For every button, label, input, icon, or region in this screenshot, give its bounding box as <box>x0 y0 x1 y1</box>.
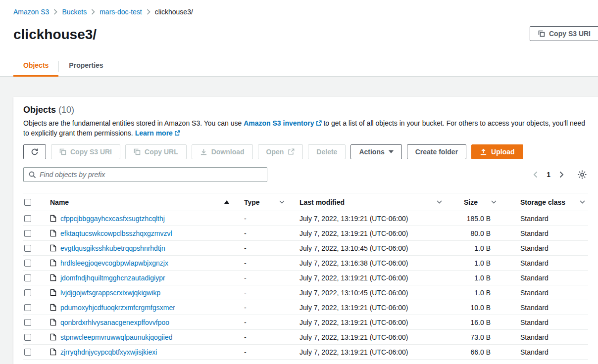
column-header-size[interactable]: Size <box>449 193 503 211</box>
column-header-name[interactable]: Name <box>43 193 236 211</box>
delete-button: Delete <box>308 144 346 159</box>
object-size: 1.0 B <box>449 241 503 256</box>
refresh-button[interactable] <box>23 144 46 159</box>
row-checkbox[interactable] <box>24 319 31 326</box>
breadcrumb-bucket-name[interactable]: mars-doc-test <box>100 8 142 16</box>
tab-properties[interactable]: Properties <box>59 56 113 77</box>
object-type: - <box>236 315 292 330</box>
object-type: - <box>236 300 292 315</box>
object-last-modified: July 7, 2022, 13:19:21 (UTC-06:00) <box>292 300 449 315</box>
download-button: Download <box>192 144 253 159</box>
object-size: 1.0 B <box>449 256 503 271</box>
row-checkbox[interactable] <box>24 289 31 296</box>
object-storage-class: Standard <box>503 285 588 300</box>
next-page-icon[interactable] <box>559 171 564 179</box>
copy-url-button: Copy URL <box>125 144 187 159</box>
tabs: Objects Properties <box>0 56 598 77</box>
object-type: - <box>236 226 292 241</box>
caret-down-icon[interactable] <box>437 200 442 204</box>
upload-icon <box>480 148 487 156</box>
object-size: 66.0 B <box>449 345 503 360</box>
caret-down-icon[interactable] <box>491 200 497 204</box>
objects-description: Objects are the fundamental entities sto… <box>23 119 588 138</box>
object-size: 80.0 B <box>449 226 503 241</box>
object-last-modified: July 7, 2022, 13:19:21 (UTC-06:00) <box>292 271 449 285</box>
create-folder-button[interactable]: Create folder <box>407 144 466 159</box>
amazon-s3-inventory-link[interactable]: Amazon S3 inventory <box>244 119 321 127</box>
download-icon <box>200 148 207 156</box>
object-type: - <box>236 211 292 226</box>
object-name-link[interactable]: stpnwcleepmvruwwqlpaunukjqogiied <box>60 333 172 341</box>
row-checkbox[interactable] <box>24 304 31 311</box>
object-name-link[interactable]: cfppcjbbggayhcxcasfxsugtzhcqlthj <box>60 215 165 223</box>
object-name-link[interactable]: jdomfndjhquiltmgghcnzautadigiypr <box>60 274 165 282</box>
external-link-icon <box>174 129 180 138</box>
row-checkbox[interactable] <box>24 274 31 281</box>
table-row: pdumoxyhjcdfuoqkrzxmfcrgmfgsxmer - July … <box>23 300 588 315</box>
table-row: jdomfndjhquiltmgghcnzautadigiypr - July … <box>23 271 588 285</box>
object-last-modified: July 7, 2022, 13:19:21 (UTC-06:00) <box>292 226 449 241</box>
main-content: Objects (10) Objects are the fundamental… <box>0 77 598 364</box>
object-size: 10.0 B <box>449 300 503 315</box>
preferences-gear-icon[interactable] <box>577 170 587 180</box>
object-storage-class: Standard <box>503 211 588 226</box>
object-last-modified: July 7, 2022, 13:19:21 (UTC-06:00) <box>292 345 449 360</box>
select-all-checkbox[interactable] <box>24 199 31 206</box>
row-checkbox[interactable] <box>24 215 31 222</box>
row-checkbox[interactable] <box>24 349 31 356</box>
table-header-row: Name Type Last modified <box>23 193 588 211</box>
page-title: clickhouse3/ <box>13 27 97 43</box>
column-header-type[interactable]: Type <box>236 193 292 211</box>
table-row: stpnwcleepmvruwwqlpaunukjqogiied - July … <box>23 330 588 345</box>
row-checkbox[interactable] <box>24 245 31 252</box>
row-checkbox[interactable] <box>24 260 31 267</box>
row-checkbox[interactable] <box>24 230 31 237</box>
table-row: qonbrdxrhlvysanacgenexpffovvfpoo - July … <box>23 315 588 330</box>
find-objects-input[interactable] <box>23 167 267 182</box>
search-row: 1 <box>23 167 588 182</box>
pagination-controls: 1 <box>533 170 588 180</box>
object-type: - <box>236 271 292 285</box>
file-icon <box>50 348 56 356</box>
object-name-link[interactable]: evgtlqusgiksshkubetrqqpshnrhdtjn <box>60 244 165 252</box>
actions-dropdown-button[interactable]: Actions <box>350 144 401 159</box>
column-header-last-modified[interactable]: Last modified <box>292 193 449 211</box>
object-type: - <box>236 285 292 300</box>
breadcrumb-buckets[interactable]: Buckets <box>62 8 87 16</box>
object-name-link[interactable]: lvjdjgojwfsgrappscrxixwjqkigwikp <box>60 289 160 297</box>
object-name-link[interactable]: hrdlsleegjoqevcogbpwlapwbjxgnzjx <box>60 259 168 267</box>
external-link-icon <box>316 119 322 129</box>
objects-toolbar: Copy S3 URI Copy URL Download Open Delet… <box>23 144 588 159</box>
object-storage-class: Standard <box>503 330 588 345</box>
chevron-right-icon <box>91 9 95 15</box>
object-name-link[interactable]: efktaqtucswkcowpclbsszhqxgzmvzvl <box>60 229 172 237</box>
object-name-link[interactable]: zjrryqhdnjycypcqbtfxyxwjisjkiexi <box>60 348 157 356</box>
tab-objects[interactable]: Objects <box>13 56 58 77</box>
caret-down-icon[interactable] <box>279 200 285 204</box>
object-size: 1.0 B <box>449 271 503 285</box>
copy-icon <box>538 30 545 37</box>
upload-button[interactable]: Upload <box>471 144 523 159</box>
current-page-number[interactable]: 1 <box>547 171 550 179</box>
search-box <box>23 167 267 182</box>
breadcrumb-amazon-s3[interactable]: Amazon S3 <box>13 8 49 16</box>
breadcrumb-current-folder: clickhouse3/ <box>155 8 193 16</box>
learn-more-link[interactable]: Learn more <box>135 129 180 137</box>
object-name-link[interactable]: qonbrdxrhlvysanacgenexpffovvfpoo <box>60 318 169 326</box>
copy-icon <box>59 148 66 155</box>
object-type: - <box>236 345 292 360</box>
refresh-icon <box>31 148 39 156</box>
file-icon <box>50 289 56 296</box>
sort-ascending-icon[interactable] <box>224 200 229 204</box>
description-text: Objects are the fundamental entities sto… <box>23 119 244 127</box>
caret-down-icon[interactable] <box>580 200 585 204</box>
chevron-right-icon <box>147 9 150 15</box>
file-icon <box>50 215 56 222</box>
copy-s3-uri-button-header[interactable]: Copy S3 URI <box>530 26 598 41</box>
row-checkbox[interactable] <box>24 334 31 341</box>
column-header-storage-class[interactable]: Storage class <box>503 193 588 211</box>
object-size: 73.0 B <box>449 330 503 345</box>
object-last-modified: July 7, 2022, 13:19:21 (UTC-06:00) <box>292 330 449 345</box>
object-name-link[interactable]: pdumoxyhjcdfuoqkrzxmfcrgmfgsxmer <box>60 304 175 312</box>
object-type: - <box>236 256 292 271</box>
